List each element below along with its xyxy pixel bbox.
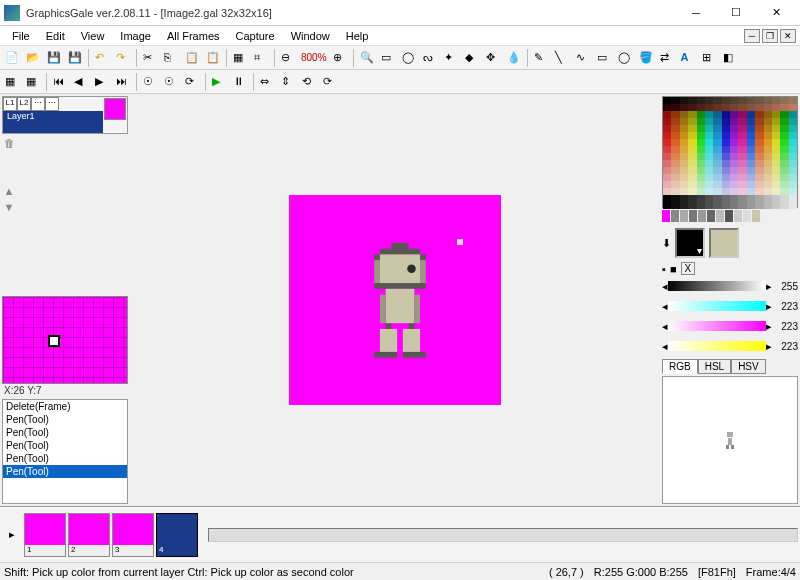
child-restore-button[interactable]: ❐: [762, 29, 778, 43]
minimize-button[interactable]: ─: [676, 1, 716, 25]
zoom-level[interactable]: 800%: [299, 52, 329, 63]
stamp-icon[interactable]: ⊞: [699, 48, 719, 68]
menu-file[interactable]: File: [4, 28, 38, 44]
history-item[interactable]: Pen(Tool): [3, 413, 127, 426]
onion2-icon[interactable]: ☉: [161, 72, 181, 92]
background-color[interactable]: [709, 228, 739, 258]
child-minimize-button[interactable]: ─: [744, 29, 760, 43]
text-icon[interactable]: A: [678, 48, 698, 68]
menu-capture[interactable]: Capture: [228, 28, 283, 44]
rect-icon[interactable]: ▭: [594, 48, 614, 68]
frame-menu-icon[interactable]: ▸: [2, 525, 22, 545]
menu-view[interactable]: View: [73, 28, 113, 44]
play-icon[interactable]: ▶: [209, 72, 229, 92]
open-file-icon[interactable]: 📂: [23, 48, 43, 68]
menu-help[interactable]: Help: [338, 28, 377, 44]
eyedropper-icon[interactable]: 💧: [504, 48, 524, 68]
menu-allframes[interactable]: All Frames: [159, 28, 228, 44]
frame-cell[interactable]: 1: [24, 513, 66, 557]
canvas[interactable]: [289, 195, 501, 405]
flip-v-icon[interactable]: ⇕: [278, 72, 298, 92]
yellow-slider[interactable]: [668, 341, 766, 351]
swap-colors-button[interactable]: X: [681, 262, 696, 275]
color-replace-icon[interactable]: ⇄: [657, 48, 677, 68]
select-rect-icon[interactable]: ▭: [378, 48, 398, 68]
paste-special-icon[interactable]: 📋: [203, 48, 223, 68]
lasso-icon[interactable]: ᔓ: [420, 48, 440, 68]
history-item[interactable]: Pen(Tool): [3, 426, 127, 439]
line-icon[interactable]: ╲: [552, 48, 572, 68]
flip-h-icon[interactable]: ⇔: [257, 72, 277, 92]
menu-edit[interactable]: Edit: [38, 28, 73, 44]
frame-cell[interactable]: 3: [112, 513, 154, 557]
tab-hsl[interactable]: HSL: [698, 359, 731, 374]
grid-icon[interactable]: ▦: [230, 48, 250, 68]
cut-icon[interactable]: ✂: [140, 48, 160, 68]
value-slider[interactable]: [668, 281, 766, 291]
zoom-in-icon[interactable]: ⊕: [330, 48, 350, 68]
cyan-slider[interactable]: [668, 301, 766, 311]
close-button[interactable]: ✕: [756, 1, 796, 25]
move-icon[interactable]: ✥: [483, 48, 503, 68]
menu-window[interactable]: Window: [283, 28, 338, 44]
next-frame-icon[interactable]: ▶: [92, 72, 112, 92]
gradient-icon[interactable]: ◧: [720, 48, 740, 68]
history-item[interactable]: Pen(Tool): [3, 465, 127, 478]
redo-icon[interactable]: ↷: [113, 48, 133, 68]
navigator[interactable]: [2, 296, 128, 384]
frame-cell[interactable]: 2: [68, 513, 110, 557]
swatch-row[interactable]: [662, 210, 798, 224]
last-frame-icon[interactable]: ⏭: [113, 72, 133, 92]
tab-rgb[interactable]: RGB: [662, 359, 698, 374]
brush-small-icon[interactable]: ▪: [662, 263, 666, 275]
pen-icon[interactable]: ✎: [531, 48, 551, 68]
layer-tab-1[interactable]: L1: [3, 97, 17, 111]
rotate2-icon[interactable]: ⟳: [320, 72, 340, 92]
child-close-button[interactable]: ✕: [780, 29, 796, 43]
history-item[interactable]: Pen(Tool): [3, 452, 127, 465]
prev-frame-icon[interactable]: ◀: [71, 72, 91, 92]
magic-wand-icon[interactable]: ✦: [441, 48, 461, 68]
magnifier-icon[interactable]: 🔍: [357, 48, 377, 68]
brush-large-icon[interactable]: ■: [670, 263, 677, 275]
rotate-icon[interactable]: ⟲: [299, 72, 319, 92]
fill-icon[interactable]: 🪣: [636, 48, 656, 68]
download-palette-icon[interactable]: ⬇: [662, 237, 671, 250]
maximize-button[interactable]: ☐: [716, 1, 756, 25]
frame-scrollbar[interactable]: [208, 528, 798, 542]
new-file-icon[interactable]: 📄: [2, 48, 22, 68]
foreground-color[interactable]: ▾: [675, 228, 705, 258]
save-icon[interactable]: 💾: [44, 48, 64, 68]
loop-icon[interactable]: ⟳: [182, 72, 202, 92]
color-select-icon[interactable]: ◆: [462, 48, 482, 68]
onion-icon[interactable]: ☉: [140, 72, 160, 92]
zoom-out-icon[interactable]: ⊖: [278, 48, 298, 68]
pause-icon[interactable]: ⏸: [230, 72, 250, 92]
copy-icon[interactable]: ⎘: [161, 48, 181, 68]
frame-add-icon[interactable]: ▦: [2, 72, 22, 92]
layer-delete-icon[interactable]: 🗑: [2, 136, 16, 150]
history-panel[interactable]: Delete(Frame) Pen(Tool) Pen(Tool) Pen(To…: [2, 399, 128, 504]
paste-icon[interactable]: 📋: [182, 48, 202, 68]
save-all-icon[interactable]: 💾: [65, 48, 85, 68]
move-up-icon[interactable]: ▲: [2, 184, 16, 198]
undo-icon[interactable]: ↶: [92, 48, 112, 68]
layer-tab-3[interactable]: ⋯: [31, 97, 45, 111]
frame-cell[interactable]: 4: [156, 513, 198, 557]
first-frame-icon[interactable]: ⏮: [50, 72, 70, 92]
layer-thumbnail[interactable]: [104, 98, 126, 120]
ellipse-icon[interactable]: ◯: [615, 48, 635, 68]
navigator-viewport[interactable]: [48, 335, 60, 347]
history-item[interactable]: Delete(Frame): [3, 400, 127, 413]
tab-hsv[interactable]: HSV: [731, 359, 766, 374]
menu-image[interactable]: Image: [112, 28, 159, 44]
magenta-slider[interactable]: [668, 321, 766, 331]
history-item[interactable]: Pen(Tool): [3, 439, 127, 452]
curve-icon[interactable]: ∿: [573, 48, 593, 68]
frame-dup-icon[interactable]: ▦: [23, 72, 43, 92]
layer-tab-more[interactable]: ⋯: [45, 97, 59, 111]
color-palette[interactable]: [662, 96, 798, 208]
move-down-icon[interactable]: ▼: [2, 200, 16, 214]
snap-icon[interactable]: ⌗: [251, 48, 271, 68]
layer-name[interactable]: Layer1: [3, 111, 103, 133]
